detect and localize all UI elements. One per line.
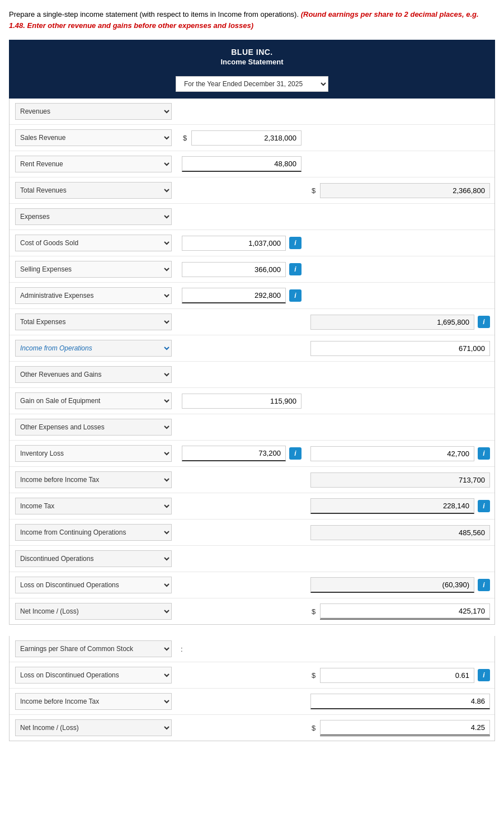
loss-discontinued-mid xyxy=(177,583,306,587)
row-expenses: Expenses xyxy=(10,204,494,230)
label-inventory-loss: Inventory Loss xyxy=(10,441,177,466)
row-net-income: Net Income / (Loss) $ xyxy=(10,598,494,624)
instructions-normal: Prepare a single-step income statement (… xyxy=(9,10,299,18)
eps-table: Earnings per Share of Common Stock : Los… xyxy=(9,636,495,741)
eps-income-before-tax-input[interactable] xyxy=(310,694,490,709)
eps-loss-disc-mid xyxy=(177,673,306,677)
eps-loss-disc-select[interactable]: Loss on Discontinued Operations xyxy=(15,667,172,684)
eps-net-income-mid xyxy=(177,726,306,730)
row-inventory-loss: Inventory Loss i i xyxy=(10,441,494,467)
income-continuing-right xyxy=(306,523,494,542)
label-eps-loss-disc: Loss on Discontinued Operations xyxy=(10,662,177,688)
expenses-select[interactable]: Expenses xyxy=(15,208,172,225)
gain-equipment-input[interactable] xyxy=(182,394,302,409)
net-income-input[interactable] xyxy=(320,603,490,620)
total-expenses-select[interactable]: Total Expenses xyxy=(15,313,172,330)
row-cogs: Cost of Goods Sold i xyxy=(10,230,494,256)
total-revenues-mid xyxy=(177,188,306,193)
total-expenses-input[interactable] xyxy=(310,315,474,330)
total-expenses-info-btn[interactable]: i xyxy=(478,316,490,328)
income-tax-mid xyxy=(177,504,306,508)
rent-revenue-input[interactable] xyxy=(182,156,302,172)
admin-exp-info-btn[interactable]: i xyxy=(289,289,302,302)
row-eps-header: Earnings per Share of Common Stock : xyxy=(10,636,494,662)
income-continuing-select[interactable]: Income from Continuing Operations xyxy=(15,524,172,541)
loss-discontinued-info-btn[interactable]: i xyxy=(478,579,490,591)
selling-exp-input[interactable] xyxy=(182,262,286,277)
row-rent-revenue: Rent Revenue xyxy=(10,151,494,177)
net-income-mid xyxy=(177,609,306,614)
income-before-tax-input[interactable] xyxy=(310,472,490,488)
income-tax-input[interactable] xyxy=(310,498,474,514)
statement-title: Income Statement xyxy=(16,58,488,66)
inventory-loss-right: i xyxy=(306,444,494,464)
cogs-input[interactable] xyxy=(182,236,286,251)
label-net-income: Net Income / (Loss) xyxy=(10,598,177,624)
row-eps-loss-disc: Loss on Discontinued Operations $ i xyxy=(10,662,494,689)
eps-income-before-tax-select[interactable]: Income before Income Tax xyxy=(15,693,172,710)
income-tax-info-btn[interactable]: i xyxy=(478,500,490,512)
other-rev-gains-select[interactable]: Other Revenues and Gains xyxy=(15,366,172,383)
selling-exp-mid: i xyxy=(177,260,306,279)
cogs-info-btn[interactable]: i xyxy=(289,237,302,249)
label-admin-exp: Administrative Expenses xyxy=(10,283,177,308)
inventory-loss-mid: i xyxy=(177,443,306,464)
label-cogs: Cost of Goods Sold xyxy=(10,230,177,256)
instructions: Prepare a single-step income statement (… xyxy=(9,9,495,31)
period-select[interactable]: For the Year Ended December 31, 2025 xyxy=(176,76,328,92)
income-before-tax-right xyxy=(306,470,494,490)
row-discontinued-ops: Discontinued Operations xyxy=(10,546,494,572)
sales-revenue-select[interactable]: Sales Revenue xyxy=(15,129,172,146)
row-income-continuing: Income from Continuing Operations xyxy=(10,520,494,546)
rent-revenue-mid xyxy=(177,154,306,174)
label-revenues: Revenues xyxy=(10,99,177,124)
cogs-select[interactable]: Cost of Goods Sold xyxy=(15,235,172,251)
rent-revenue-select[interactable]: Rent Revenue xyxy=(15,156,172,172)
other-exp-losses-select[interactable]: Other Expenses and Losses xyxy=(15,419,172,436)
row-income-before-tax: Income before Income Tax xyxy=(10,467,494,493)
income-continuing-input[interactable] xyxy=(310,525,490,540)
selling-exp-select[interactable]: Selling Expenses xyxy=(15,261,172,278)
discontinued-ops-select[interactable]: Discontinued Operations xyxy=(15,550,172,567)
label-income-before-tax: Income before Income Tax xyxy=(10,467,177,493)
total-revenues-input[interactable] xyxy=(320,183,490,198)
label-eps-header: Earnings per Share of Common Stock xyxy=(10,636,177,662)
company-name-display: BLUE INC. xyxy=(16,48,488,57)
total-revenues-right: $ xyxy=(306,181,494,200)
revenues-select[interactable]: Revenues xyxy=(15,103,172,120)
inventory-loss-right-info-btn[interactable]: i xyxy=(478,447,490,460)
label-discontinued-ops: Discontinued Operations xyxy=(10,546,177,572)
inventory-loss-select[interactable]: Inventory Loss xyxy=(15,445,172,462)
row-gain-equipment: Gain on Sale of Equipment xyxy=(10,388,494,414)
inventory-loss-right-input[interactable] xyxy=(310,446,474,461)
gain-equipment-right xyxy=(306,399,494,403)
net-income-select[interactable]: Net Income / (Loss) xyxy=(15,603,172,620)
income-ops-select[interactable]: Income from Operations xyxy=(15,340,172,357)
eps-net-income-right: $ xyxy=(306,718,494,738)
eps-loss-disc-info-btn[interactable]: i xyxy=(478,669,490,681)
label-income-ops: Income from Operations xyxy=(10,335,177,361)
eps-header-select[interactable]: Earnings per Share of Common Stock xyxy=(15,640,172,657)
eps-net-income-select[interactable]: Net Income / (Loss) xyxy=(15,719,172,736)
gain-equipment-select[interactable]: Gain on Sale of Equipment xyxy=(15,392,172,409)
income-ops-right xyxy=(306,339,494,358)
income-ops-input[interactable] xyxy=(310,341,490,356)
eps-section: Earnings per Share of Common Stock : Los… xyxy=(9,636,495,741)
label-sales-revenue: Sales Revenue xyxy=(10,125,177,151)
net-income-dollar: $ xyxy=(310,607,317,616)
row-total-revenues: Total Revenues $ xyxy=(10,177,494,204)
loss-discontinued-input[interactable] xyxy=(310,577,474,593)
selling-exp-info-btn[interactable]: i xyxy=(289,263,302,275)
admin-exp-select[interactable]: Administrative Expenses xyxy=(15,287,172,304)
admin-exp-input[interactable] xyxy=(182,288,286,303)
income-tax-select[interactable]: Income Tax xyxy=(15,498,172,514)
eps-net-income-input[interactable] xyxy=(320,720,490,736)
total-revenues-select[interactable]: Total Revenues xyxy=(15,182,172,199)
expenses-mid xyxy=(177,214,306,219)
income-before-tax-select[interactable]: Income before Income Tax xyxy=(15,471,172,488)
inventory-loss-mid-info-btn[interactable]: i xyxy=(289,447,302,460)
inventory-loss-mid-input[interactable] xyxy=(182,446,286,461)
sales-revenue-input[interactable] xyxy=(191,130,302,146)
eps-loss-disc-input[interactable] xyxy=(320,668,474,683)
loss-discontinued-select[interactable]: Loss on Discontinued Operations xyxy=(15,577,172,593)
